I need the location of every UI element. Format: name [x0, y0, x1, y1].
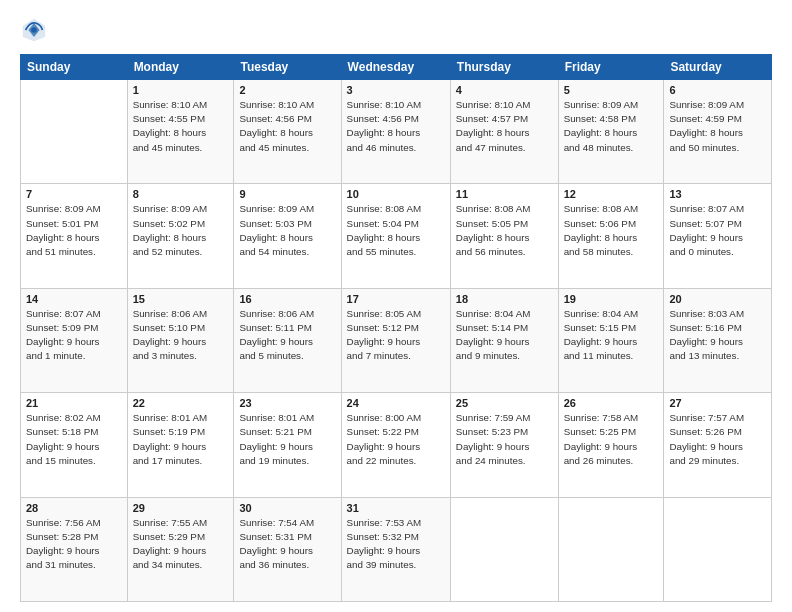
day-info: Sunrise: 8:08 AM Sunset: 5:06 PM Dayligh… [564, 202, 659, 259]
logo [20, 16, 54, 44]
day-info: Sunrise: 8:09 AM Sunset: 5:03 PM Dayligh… [239, 202, 335, 259]
calendar-cell: 1Sunrise: 8:10 AM Sunset: 4:55 PM Daylig… [127, 80, 234, 184]
day-number: 16 [239, 293, 335, 305]
day-info: Sunrise: 8:10 AM Sunset: 4:56 PM Dayligh… [347, 98, 445, 155]
calendar-cell: 3Sunrise: 8:10 AM Sunset: 4:56 PM Daylig… [341, 80, 450, 184]
calendar-cell: 10Sunrise: 8:08 AM Sunset: 5:04 PM Dayli… [341, 184, 450, 288]
header-cell-friday: Friday [558, 55, 664, 80]
day-number: 17 [347, 293, 445, 305]
day-number: 22 [133, 397, 229, 409]
day-number: 31 [347, 502, 445, 514]
day-info: Sunrise: 8:07 AM Sunset: 5:07 PM Dayligh… [669, 202, 766, 259]
calendar-cell: 5Sunrise: 8:09 AM Sunset: 4:58 PM Daylig… [558, 80, 664, 184]
header-cell-thursday: Thursday [450, 55, 558, 80]
day-number: 26 [564, 397, 659, 409]
day-info: Sunrise: 7:54 AM Sunset: 5:31 PM Dayligh… [239, 516, 335, 573]
calendar-cell: 9Sunrise: 8:09 AM Sunset: 5:03 PM Daylig… [234, 184, 341, 288]
day-number: 3 [347, 84, 445, 96]
calendar-cell: 7Sunrise: 8:09 AM Sunset: 5:01 PM Daylig… [21, 184, 128, 288]
page: SundayMondayTuesdayWednesdayThursdayFrid… [0, 0, 792, 612]
day-info: Sunrise: 8:09 AM Sunset: 4:58 PM Dayligh… [564, 98, 659, 155]
day-info: Sunrise: 8:08 AM Sunset: 5:04 PM Dayligh… [347, 202, 445, 259]
calendar-cell: 18Sunrise: 8:04 AM Sunset: 5:14 PM Dayli… [450, 288, 558, 392]
day-info: Sunrise: 8:10 AM Sunset: 4:57 PM Dayligh… [456, 98, 553, 155]
day-info: Sunrise: 8:04 AM Sunset: 5:14 PM Dayligh… [456, 307, 553, 364]
day-number: 4 [456, 84, 553, 96]
calendar-cell: 6Sunrise: 8:09 AM Sunset: 4:59 PM Daylig… [664, 80, 772, 184]
calendar-cell: 19Sunrise: 8:04 AM Sunset: 5:15 PM Dayli… [558, 288, 664, 392]
day-number: 30 [239, 502, 335, 514]
day-info: Sunrise: 8:06 AM Sunset: 5:11 PM Dayligh… [239, 307, 335, 364]
calendar-cell [664, 497, 772, 601]
calendar-cell: 29Sunrise: 7:55 AM Sunset: 5:29 PM Dayli… [127, 497, 234, 601]
calendar-cell: 30Sunrise: 7:54 AM Sunset: 5:31 PM Dayli… [234, 497, 341, 601]
day-info: Sunrise: 8:09 AM Sunset: 5:01 PM Dayligh… [26, 202, 122, 259]
day-number: 13 [669, 188, 766, 200]
calendar-body: 1Sunrise: 8:10 AM Sunset: 4:55 PM Daylig… [21, 80, 772, 602]
week-row-4: 21Sunrise: 8:02 AM Sunset: 5:18 PM Dayli… [21, 393, 772, 497]
day-number: 25 [456, 397, 553, 409]
day-number: 7 [26, 188, 122, 200]
week-row-5: 28Sunrise: 7:56 AM Sunset: 5:28 PM Dayli… [21, 497, 772, 601]
calendar-cell: 21Sunrise: 8:02 AM Sunset: 5:18 PM Dayli… [21, 393, 128, 497]
day-info: Sunrise: 8:10 AM Sunset: 4:55 PM Dayligh… [133, 98, 229, 155]
day-number: 15 [133, 293, 229, 305]
day-number: 19 [564, 293, 659, 305]
day-number: 27 [669, 397, 766, 409]
calendar-cell: 20Sunrise: 8:03 AM Sunset: 5:16 PM Dayli… [664, 288, 772, 392]
calendar-cell: 26Sunrise: 7:58 AM Sunset: 5:25 PM Dayli… [558, 393, 664, 497]
day-number: 2 [239, 84, 335, 96]
day-info: Sunrise: 8:00 AM Sunset: 5:22 PM Dayligh… [347, 411, 445, 468]
day-info: Sunrise: 8:05 AM Sunset: 5:12 PM Dayligh… [347, 307, 445, 364]
calendar-cell: 13Sunrise: 8:07 AM Sunset: 5:07 PM Dayli… [664, 184, 772, 288]
calendar-header: SundayMondayTuesdayWednesdayThursdayFrid… [21, 55, 772, 80]
calendar-cell: 8Sunrise: 8:09 AM Sunset: 5:02 PM Daylig… [127, 184, 234, 288]
day-number: 10 [347, 188, 445, 200]
day-info: Sunrise: 7:59 AM Sunset: 5:23 PM Dayligh… [456, 411, 553, 468]
day-number: 9 [239, 188, 335, 200]
header [20, 16, 772, 44]
day-info: Sunrise: 8:02 AM Sunset: 5:18 PM Dayligh… [26, 411, 122, 468]
calendar-cell: 14Sunrise: 8:07 AM Sunset: 5:09 PM Dayli… [21, 288, 128, 392]
calendar-cell: 17Sunrise: 8:05 AM Sunset: 5:12 PM Dayli… [341, 288, 450, 392]
day-info: Sunrise: 7:53 AM Sunset: 5:32 PM Dayligh… [347, 516, 445, 573]
day-number: 21 [26, 397, 122, 409]
calendar-cell [21, 80, 128, 184]
day-info: Sunrise: 8:01 AM Sunset: 5:19 PM Dayligh… [133, 411, 229, 468]
day-info: Sunrise: 8:03 AM Sunset: 5:16 PM Dayligh… [669, 307, 766, 364]
day-info: Sunrise: 8:10 AM Sunset: 4:56 PM Dayligh… [239, 98, 335, 155]
svg-point-1 [31, 27, 37, 33]
calendar-cell: 24Sunrise: 8:00 AM Sunset: 5:22 PM Dayli… [341, 393, 450, 497]
day-info: Sunrise: 8:04 AM Sunset: 5:15 PM Dayligh… [564, 307, 659, 364]
header-cell-tuesday: Tuesday [234, 55, 341, 80]
logo-icon [20, 16, 48, 44]
calendar-cell: 22Sunrise: 8:01 AM Sunset: 5:19 PM Dayli… [127, 393, 234, 497]
week-row-3: 14Sunrise: 8:07 AM Sunset: 5:09 PM Dayli… [21, 288, 772, 392]
day-number: 12 [564, 188, 659, 200]
day-number: 6 [669, 84, 766, 96]
calendar-cell: 12Sunrise: 8:08 AM Sunset: 5:06 PM Dayli… [558, 184, 664, 288]
header-cell-sunday: Sunday [21, 55, 128, 80]
day-number: 14 [26, 293, 122, 305]
day-number: 28 [26, 502, 122, 514]
day-info: Sunrise: 7:56 AM Sunset: 5:28 PM Dayligh… [26, 516, 122, 573]
calendar-cell: 4Sunrise: 8:10 AM Sunset: 4:57 PM Daylig… [450, 80, 558, 184]
calendar-cell [450, 497, 558, 601]
day-number: 1 [133, 84, 229, 96]
calendar-cell: 16Sunrise: 8:06 AM Sunset: 5:11 PM Dayli… [234, 288, 341, 392]
day-number: 5 [564, 84, 659, 96]
calendar-cell: 11Sunrise: 8:08 AM Sunset: 5:05 PM Dayli… [450, 184, 558, 288]
calendar-table: SundayMondayTuesdayWednesdayThursdayFrid… [20, 54, 772, 602]
day-number: 20 [669, 293, 766, 305]
day-info: Sunrise: 8:07 AM Sunset: 5:09 PM Dayligh… [26, 307, 122, 364]
week-row-2: 7Sunrise: 8:09 AM Sunset: 5:01 PM Daylig… [21, 184, 772, 288]
calendar-cell: 23Sunrise: 8:01 AM Sunset: 5:21 PM Dayli… [234, 393, 341, 497]
header-row: SundayMondayTuesdayWednesdayThursdayFrid… [21, 55, 772, 80]
day-info: Sunrise: 8:06 AM Sunset: 5:10 PM Dayligh… [133, 307, 229, 364]
day-number: 23 [239, 397, 335, 409]
day-info: Sunrise: 8:09 AM Sunset: 5:02 PM Dayligh… [133, 202, 229, 259]
day-info: Sunrise: 8:08 AM Sunset: 5:05 PM Dayligh… [456, 202, 553, 259]
day-number: 24 [347, 397, 445, 409]
calendar-cell: 28Sunrise: 7:56 AM Sunset: 5:28 PM Dayli… [21, 497, 128, 601]
week-row-1: 1Sunrise: 8:10 AM Sunset: 4:55 PM Daylig… [21, 80, 772, 184]
